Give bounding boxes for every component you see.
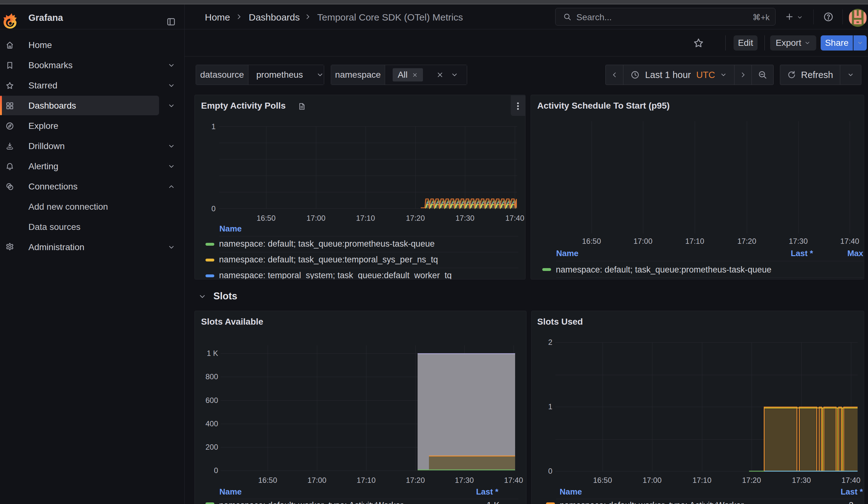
svg-text:17:40: 17:40 [505, 214, 524, 222]
svg-text:17:40: 17:40 [841, 476, 860, 484]
svg-text:1 K: 1 K [207, 349, 218, 358]
svg-text:17:10: 17:10 [693, 476, 711, 484]
svg-text:Name: Name [219, 224, 242, 233]
svg-text:17:10: 17:10 [356, 214, 375, 222]
svg-text:Name: Name [560, 487, 582, 496]
svg-text:600: 600 [206, 396, 218, 404]
svg-text:16:50: 16:50 [258, 476, 277, 484]
svg-text:17:30: 17:30 [789, 237, 808, 245]
svg-text:17:30: 17:30 [455, 476, 474, 484]
svg-text:16:50: 16:50 [257, 214, 276, 222]
svg-text:0: 0 [548, 467, 552, 475]
svg-text:Name: Name [219, 487, 242, 496]
svg-text:16:50: 16:50 [593, 476, 612, 484]
svg-text:0: 0 [214, 466, 218, 475]
svg-text:17:00: 17:00 [643, 476, 662, 484]
svg-text:17:10: 17:10 [356, 476, 375, 484]
svg-text:Last *: Last * [790, 248, 813, 258]
svg-text:1: 1 [211, 122, 216, 131]
svg-text:17:00: 17:00 [307, 214, 326, 222]
svg-text:17:30: 17:30 [792, 476, 811, 484]
svg-text:17:40: 17:40 [504, 476, 523, 484]
svg-text:17:40: 17:40 [840, 237, 859, 245]
svg-text:200: 200 [206, 443, 218, 451]
svg-text:17:20: 17:20 [406, 214, 425, 222]
svg-text:17:20: 17:20 [737, 237, 756, 245]
svg-text:17:30: 17:30 [455, 214, 474, 222]
svg-text:2: 2 [548, 338, 552, 347]
svg-text:17:00: 17:00 [633, 237, 652, 245]
svg-text:Last *: Last * [840, 487, 863, 496]
svg-text:Last *: Last * [476, 487, 499, 496]
svg-text:800: 800 [206, 372, 218, 381]
svg-text:17:00: 17:00 [308, 476, 327, 484]
svg-text:Max: Max [847, 248, 863, 258]
svg-text:17:20: 17:20 [742, 476, 761, 484]
svg-text:17:10: 17:10 [685, 237, 704, 245]
svg-text:0: 0 [211, 204, 216, 213]
svg-text:400: 400 [206, 419, 218, 428]
svg-text:1: 1 [548, 402, 552, 411]
svg-text:Name: Name [556, 248, 579, 258]
svg-text:17:20: 17:20 [406, 476, 425, 484]
svg-text:16:50: 16:50 [582, 237, 601, 245]
